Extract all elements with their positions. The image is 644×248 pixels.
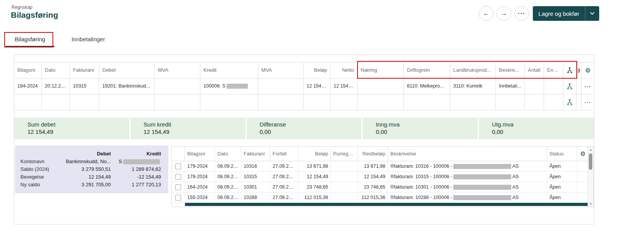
cell-beskrivelse[interactable]: Innbetali... bbox=[496, 79, 525, 94]
page-title: Bilagsføring bbox=[11, 10, 58, 20]
cell-beskrivelse[interactable] bbox=[496, 94, 525, 110]
tab-bilagsforing[interactable]: Bilagsføring bbox=[5, 32, 54, 47]
cell-enhet[interactable] bbox=[544, 79, 563, 94]
cell-bilagsnr: 178-2024 bbox=[185, 172, 215, 182]
previous-button[interactable]: ← bbox=[479, 6, 493, 21]
cell-mva-2[interactable] bbox=[258, 94, 303, 110]
checkbox-cell[interactable] bbox=[172, 172, 185, 182]
cell-belop[interactable] bbox=[303, 94, 330, 110]
cell-belop: 13 671,98 bbox=[298, 161, 331, 172]
cell-driftsgrein[interactable]: 6110: Melkepro... bbox=[404, 79, 450, 94]
cell-netto[interactable]: 12 154,49 bbox=[330, 79, 358, 94]
cell-landbruksprod[interactable] bbox=[450, 94, 496, 110]
save-options-dropdown[interactable] bbox=[585, 6, 599, 21]
cell-netto[interactable] bbox=[330, 94, 358, 110]
cell-dato[interactable] bbox=[42, 94, 70, 110]
cell-mva-2[interactable] bbox=[258, 79, 303, 94]
cell-enhet[interactable] bbox=[544, 94, 563, 110]
beskrivelse-text: ®fakturanr. 10316 - 100006 - bbox=[390, 164, 452, 169]
cell-antall[interactable] bbox=[525, 79, 544, 94]
cell-bilagsnr[interactable]: 184-2024 bbox=[14, 79, 42, 94]
checkbox-cell[interactable] bbox=[172, 161, 185, 172]
cell-landbruksprod[interactable]: 3110: Kumelk bbox=[450, 79, 496, 94]
cell-dato: 08.09.2024 bbox=[215, 182, 241, 192]
redacted-text bbox=[453, 174, 511, 179]
invoice-header-row: Bilagsnr Dato Fakturanr Forfall Beløp Pu… bbox=[172, 147, 593, 161]
cell-mva-1[interactable] bbox=[155, 79, 200, 94]
cell-debet[interactable] bbox=[99, 94, 155, 110]
account-balance-panel: Debet Kredit Kontonavn Bankinnskudd, No.… bbox=[15, 145, 168, 193]
split-row-button[interactable] bbox=[563, 79, 576, 94]
triangle-down-icon: ▼ bbox=[590, 202, 592, 205]
summary-bar: Sum debet 12 154,49 Sum kredit 12 154,49… bbox=[14, 118, 594, 139]
cell-dato[interactable]: 20.12.20... bbox=[42, 79, 70, 94]
col-dato: Dato bbox=[215, 147, 241, 161]
cell-naering[interactable] bbox=[358, 94, 404, 110]
ap-spacer bbox=[20, 150, 64, 158]
cell-extra bbox=[577, 161, 588, 172]
cell-status: Åpen bbox=[547, 161, 577, 172]
checkbox-cell[interactable] bbox=[172, 182, 185, 192]
next-button[interactable]: → bbox=[497, 6, 511, 21]
ap-debet-value: 3 291 705,00 bbox=[64, 181, 111, 189]
row-checkbox[interactable] bbox=[175, 164, 181, 169]
cell-bilagsnr[interactable] bbox=[14, 94, 42, 110]
invoice-settings-button[interactable]: ⚙ bbox=[577, 147, 588, 161]
breadcrumb[interactable]: Regnskap bbox=[12, 5, 32, 10]
tab-bar: Bilagsføring Innbetalinger bbox=[5, 32, 114, 47]
ap-kredit-value: -12 154,49 bbox=[111, 173, 161, 181]
cell-antall[interactable] bbox=[525, 94, 544, 110]
ap-debet-value: 3 279 550,51 bbox=[64, 165, 111, 173]
split-row-button[interactable] bbox=[563, 94, 576, 110]
invoice-row[interactable]: 178-2024 08.09.2024 10315 27.09.2024 12 … bbox=[172, 172, 593, 182]
split-icon bbox=[566, 83, 573, 90]
entry-table-settings-button[interactable]: ⚙ bbox=[582, 62, 594, 78]
save-and-post-label[interactable]: Lagre og bokfør bbox=[533, 6, 585, 21]
col-fakturanr: Fakturanr bbox=[241, 147, 270, 161]
col-debet: Debet bbox=[99, 62, 155, 78]
invoice-row[interactable]: 164-2024 08.09.2024 10301 27.09.2024 23 … bbox=[172, 182, 593, 192]
cell-beskrivelse: ®fakturanr. 10315 - 100006 -AS bbox=[388, 172, 547, 182]
ap-debet-header: Debet bbox=[64, 150, 111, 158]
row-checkbox[interactable] bbox=[175, 174, 181, 180]
scroll-up-button[interactable]: ▲ bbox=[588, 147, 593, 153]
row-checkbox[interactable] bbox=[175, 195, 181, 201]
select-all-cell bbox=[172, 147, 185, 161]
cell-naering[interactable] bbox=[358, 79, 404, 94]
cell-forfall: 27.09.2024 bbox=[270, 161, 298, 172]
redacted-text bbox=[123, 159, 160, 164]
tab-innbetalinger[interactable]: Innbetalinger bbox=[62, 32, 114, 47]
cell-fakturanr[interactable]: 10315 bbox=[70, 79, 99, 94]
col-belop: Beløp bbox=[298, 147, 331, 161]
checkbox-cell[interactable] bbox=[172, 192, 185, 203]
save-and-post-button[interactable]: Lagre og bokfør bbox=[533, 6, 599, 21]
cell-fakturanr: 10316 bbox=[241, 161, 270, 172]
cell-debet[interactable]: 19201: Bankinnskud... bbox=[99, 79, 155, 94]
cell-driftsgrein[interactable] bbox=[404, 94, 450, 110]
scroll-down-button[interactable]: ▼ bbox=[588, 201, 593, 207]
cell-fakturanr[interactable] bbox=[70, 94, 99, 110]
col-kredit: Kredit bbox=[200, 62, 258, 78]
ap-kredit-text: S bbox=[119, 159, 122, 164]
cell-extra bbox=[577, 172, 588, 182]
sum-debet-label: Sum debet bbox=[27, 121, 129, 128]
gear-icon: ⚙ bbox=[580, 151, 585, 157]
cell-mva-1[interactable] bbox=[155, 94, 200, 110]
entry-row-2-empty[interactable]: ··· bbox=[14, 94, 594, 110]
cell-status: Åpen bbox=[547, 182, 577, 192]
cell-belop[interactable]: 12 154,49 bbox=[303, 79, 330, 94]
vertical-scrollbar[interactable]: ▲ ▼ bbox=[588, 147, 593, 207]
invoice-row[interactable]: 155-2024 08.09.2024 10288 27.09.2024 112… bbox=[172, 192, 593, 203]
more-actions-button[interactable]: ··· bbox=[514, 6, 529, 21]
scrollbar-thumb[interactable] bbox=[589, 154, 592, 170]
cell-kredit[interactable]: 100006: S bbox=[200, 79, 258, 94]
partially-visible-row[interactable] bbox=[185, 203, 588, 206]
invoice-row[interactable]: 179-2024 08.09.2024 10316 27.09.2024 13 … bbox=[172, 161, 593, 172]
row-menu-button[interactable]: ··· bbox=[582, 94, 594, 110]
row-checkbox[interactable] bbox=[175, 184, 181, 190]
gear-icon: ⚙ bbox=[585, 67, 590, 74]
row-menu-button[interactable]: ··· bbox=[582, 79, 594, 94]
entry-row-1[interactable]: 184-2024 20.12.20... 10315 19201: Bankin… bbox=[14, 79, 594, 94]
cell-kredit[interactable] bbox=[200, 94, 258, 110]
cell-bilagsnr: 164-2024 bbox=[185, 182, 215, 192]
